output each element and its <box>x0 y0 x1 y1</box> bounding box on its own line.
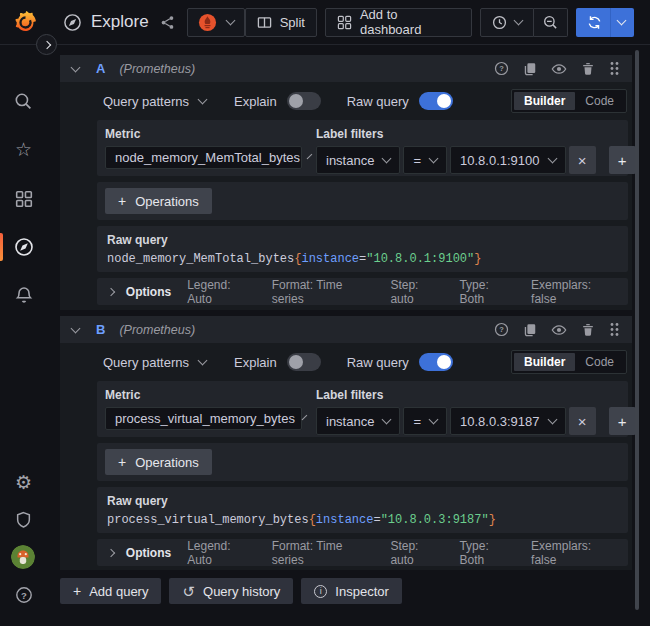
explore-compass-icon <box>63 13 82 32</box>
info-icon: i <box>314 585 327 598</box>
filter-value-select[interactable]: 10.8.0.1:9100 <box>450 146 566 174</box>
metric-value: process_virtual_memory_bytes <box>115 411 295 426</box>
code-mode-option[interactable]: Code <box>575 353 624 371</box>
admin-shield-icon[interactable] <box>13 509 34 530</box>
query-row-header[interactable]: A (Prometheus) ? <box>60 55 632 82</box>
zoom-out-button[interactable] <box>534 8 568 37</box>
query-patterns-dropdown[interactable]: Query patterns <box>103 355 206 370</box>
explain-label: Explain <box>234 94 277 109</box>
scrollbar[interactable] <box>635 50 639 610</box>
options-format: Format: Time series <box>272 539 375 567</box>
share-icon[interactable] <box>160 15 175 30</box>
explain-toggle[interactable] <box>287 353 321 371</box>
user-avatar[interactable] <box>11 545 35 569</box>
filter-operator-select[interactable]: = <box>403 146 447 174</box>
add-query-button[interactable]: + Add query <box>60 578 161 604</box>
add-query-label: Add query <box>89 584 148 599</box>
query-history-label: Query history <box>203 584 280 599</box>
grafana-logo[interactable] <box>12 9 39 36</box>
chevron-down-icon <box>429 154 439 164</box>
raw-query-section-label: Raw query <box>107 494 618 508</box>
query-row-header[interactable]: B (Prometheus) ? <box>60 316 632 343</box>
filter-value-select[interactable]: 10.8.0.3:9187 <box>450 407 566 435</box>
query-patterns-dropdown[interactable]: Query patterns <box>103 94 206 109</box>
close-icon: × <box>578 413 587 430</box>
code-mode-option[interactable]: Code <box>575 92 624 110</box>
svg-text:?: ? <box>21 589 27 600</box>
add-filter-button[interactable]: + <box>609 407 636 435</box>
nav-sidebar: ☆ ⚙ <box>0 45 47 626</box>
hide-response-eye-icon[interactable] <box>551 322 567 338</box>
remove-query-trash-icon[interactable] <box>581 62 595 76</box>
options-legend: Legend: Auto <box>187 278 256 306</box>
help-icon[interactable]: ? <box>13 584 34 605</box>
run-query-button[interactable] <box>576 8 634 37</box>
remove-filter-button[interactable]: × <box>569 146 596 174</box>
options-step: Step: auto <box>390 278 443 306</box>
options-step: Step: auto <box>390 539 443 567</box>
datasource-picker[interactable] <box>187 8 245 37</box>
add-to-dashboard-button[interactable]: Add to dashboard <box>325 8 472 37</box>
history-icon: ↺ <box>182 584 195 599</box>
raw-query-toggle[interactable] <box>419 353 453 371</box>
time-range-picker[interactable] <box>480 8 534 37</box>
metric-select[interactable]: process_virtual_memory_bytes <box>105 407 302 430</box>
collapse-chevron-icon <box>71 62 81 72</box>
expand-menu-button[interactable] <box>36 34 57 55</box>
raw-query-label: Raw query <box>347 94 409 109</box>
metric-select[interactable]: node_memory_MemTotal_bytes <box>105 146 302 169</box>
query-editor-row-a: A (Prometheus) ? <box>60 55 632 310</box>
editor-mode-group: Builder Code <box>511 350 627 374</box>
plus-icon: + <box>618 152 627 169</box>
options-collapse-row[interactable]: Options Legend: Auto Format: Time series… <box>97 539 628 566</box>
starred-icon[interactable]: ☆ <box>13 139 34 160</box>
label-filters-label: Label filters <box>316 388 636 402</box>
split-button[interactable]: Split <box>245 8 317 37</box>
inspector-button[interactable]: i Inspector <box>301 578 401 604</box>
plus-icon: + <box>118 454 126 470</box>
drag-handle-icon[interactable] <box>609 322 620 337</box>
filter-operator-value: = <box>413 414 421 429</box>
raw-query-toggle[interactable] <box>419 92 453 110</box>
duplicate-query-icon[interactable] <box>523 323 537 337</box>
explore-compass-icon-active[interactable] <box>13 236 34 257</box>
options-collapse-row[interactable]: Options Legend: Auto Format: Time series… <box>97 278 628 305</box>
options-type: Type: Both <box>459 539 515 567</box>
builder-mode-option[interactable]: Builder <box>514 353 575 371</box>
plus-icon: + <box>618 413 627 430</box>
operations-label: Operations <box>135 194 199 209</box>
explain-toggle[interactable] <box>287 92 321 110</box>
query-history-button[interactable]: ↺ Query history <box>169 578 293 604</box>
query-help-icon[interactable]: ? <box>494 61 509 76</box>
add-operation-button[interactable]: + Operations <box>105 188 212 214</box>
filter-label-select[interactable]: instance <box>316 146 400 174</box>
remove-filter-button[interactable]: × <box>569 407 596 435</box>
settings-gear-icon[interactable]: ⚙ <box>13 472 34 493</box>
duplicate-query-icon[interactable] <box>523 62 537 76</box>
split-label: Split <box>280 15 305 30</box>
filter-label-value: instance <box>326 414 374 429</box>
plus-icon: + <box>118 193 126 209</box>
query-help-icon[interactable]: ? <box>494 322 509 337</box>
inspector-label: Inspector <box>335 584 388 599</box>
remove-query-trash-icon[interactable] <box>581 323 595 337</box>
alerting-bell-icon[interactable] <box>13 284 34 305</box>
metric-label: Metric <box>105 127 302 141</box>
hide-response-eye-icon[interactable] <box>551 61 567 77</box>
top-toolbar: Explore <box>0 0 650 45</box>
query-datasource-name: (Prometheus) <box>119 323 195 337</box>
search-icon[interactable] <box>13 91 34 112</box>
query-patterns-label: Query patterns <box>103 355 189 370</box>
editor-mode-group: Builder Code <box>511 89 627 113</box>
add-filter-button[interactable]: + <box>609 146 636 174</box>
filter-label-select[interactable]: instance <box>316 407 400 435</box>
chevron-down-icon <box>547 154 557 164</box>
chevron-right-icon <box>107 287 115 295</box>
filter-operator-select[interactable]: = <box>403 407 447 435</box>
builder-mode-option[interactable]: Builder <box>514 92 575 110</box>
dashboards-icon[interactable] <box>13 188 34 209</box>
refresh-interval-dropdown[interactable] <box>610 8 634 37</box>
raw-query-preview: node_memory_MemTotal_bytes{instance="10.… <box>107 252 618 266</box>
add-operation-button[interactable]: + Operations <box>105 449 212 475</box>
drag-handle-icon[interactable] <box>609 61 620 76</box>
